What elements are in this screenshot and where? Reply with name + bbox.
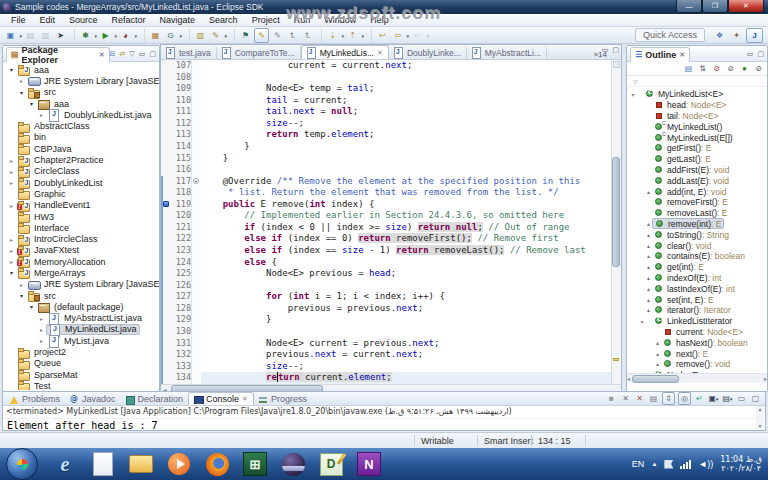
tree-item[interactable]: ▸J!MemoryAllocation	[5, 256, 159, 267]
menu-refactor[interactable]: Refactor	[105, 14, 153, 27]
sort-icon[interactable]: ⇅	[697, 63, 708, 74]
terminate-icon[interactable]: ■	[606, 393, 617, 404]
outline-item[interactable]: removeLast() : E	[627, 208, 767, 219]
java-perspective-icon[interactable]: J	[746, 28, 763, 43]
tree-item[interactable]: ▾src	[5, 290, 159, 301]
code-line[interactable]: 134 return current.element;	[161, 372, 611, 384]
tree-item[interactable]: Queue	[5, 358, 159, 369]
tree-item[interactable]: ▸JCircleClass	[5, 166, 159, 177]
menu-source[interactable]: Source	[62, 14, 105, 27]
tree-item[interactable]: ▾(default package)	[5, 301, 159, 312]
new-java-project-icon[interactable]: ▦	[149, 29, 162, 42]
outline-item[interactable]: ▲hasNext() : boolean	[627, 337, 767, 348]
taskbar-windows-explorer[interactable]	[128, 451, 154, 477]
outline-item[interactable]: removeFirst() : E	[627, 197, 767, 208]
code-line[interactable]: 125 Node<E> previous = head;	[161, 268, 611, 280]
editor-tab[interactable]: MyAbstractLi...	[467, 46, 547, 59]
outline-item[interactable]: current : Node<E>	[627, 327, 767, 338]
volume-icon[interactable]: ◄))	[698, 459, 713, 469]
code-line[interactable]: 113 return temp.element;	[161, 129, 611, 141]
pointer-icon[interactable]: ➤	[54, 29, 67, 42]
outline-tab[interactable]: ☰ Outline ✕	[630, 47, 690, 62]
network-icon[interactable]	[680, 460, 691, 469]
unit-1-icon[interactable]: ⒈	[286, 29, 299, 42]
dropdown-arrow-icon[interactable]: ▾	[224, 33, 227, 39]
tree-item[interactable]: bin	[5, 132, 159, 143]
outline-item[interactable]: ▲indexOf(E) : int	[627, 273, 767, 284]
refresh-icon[interactable]: G▾	[164, 29, 177, 42]
debug-icon[interactable]: ✱▾	[79, 29, 92, 42]
tree-item[interactable]: ▾src	[5, 87, 159, 98]
outline-item[interactable]: getFirst() : E	[627, 143, 767, 154]
view-menu-icon[interactable]: ▽	[633, 78, 638, 85]
outline-item[interactable]: ▲remove(int) : E	[627, 219, 767, 230]
editor-tab[interactable]: MyLinkedLis...✕	[301, 45, 389, 59]
taskbar-media-player[interactable]	[166, 451, 192, 477]
console-tab-progress[interactable]: Progress	[254, 393, 312, 405]
unit-2-icon[interactable]: ⒈	[301, 29, 314, 42]
taskbar-document[interactable]	[90, 451, 116, 477]
taskbar-eclipse[interactable]	[280, 451, 306, 477]
outline-item[interactable]: MyLinkedList()	[627, 121, 767, 132]
hide-local-types-icon[interactable]: ⊘	[753, 63, 764, 74]
outline-item[interactable]: ▲set(int, E) : E	[627, 294, 767, 305]
link-editor-icon[interactable]: ⇄	[119, 50, 125, 58]
outline-item[interactable]: ▲iterator() : Iterator	[627, 305, 767, 316]
outline-item[interactable]: ▲contains(E) : boolean	[627, 251, 767, 262]
start-button[interactable]	[6, 448, 38, 480]
code-line[interactable]: 111 tail.next = null;	[161, 106, 611, 118]
clock[interactable]: ق.ظ 11:04 ۲۰۲۰/۲۸/۰۴	[720, 455, 762, 473]
tree-item[interactable]: ▾Jaaa	[5, 64, 159, 75]
tree-item[interactable]: HW3	[5, 211, 159, 222]
outline-item[interactable]: ▲remove() : void	[627, 359, 767, 370]
code-line[interactable]: 124 else {	[161, 257, 611, 269]
tree-item[interactable]: ▾aaa	[5, 98, 159, 109]
expand-icon[interactable]: ▸	[7, 236, 16, 243]
expand-icon[interactable]: ▾	[7, 66, 16, 73]
tree-item[interactable]: SparseMat	[5, 369, 159, 380]
vertical-scrollbar[interactable]	[612, 157, 620, 267]
outline-item[interactable]: MyLinkedList(E[])	[627, 132, 767, 143]
edit-small-icon[interactable]: ✎	[271, 29, 284, 42]
dropdown-arrow-icon[interactable]: ▾	[134, 33, 137, 39]
expand-icon[interactable]: ▸	[37, 337, 46, 344]
close-button[interactable]: ✕	[728, 0, 764, 13]
save-icon[interactable]: ▤	[24, 29, 37, 42]
dropdown-arrow-icon[interactable]: ▾	[114, 33, 117, 39]
console-tab-javadoc[interactable]: Javadoc	[65, 393, 121, 405]
tree-item[interactable]: Interface	[5, 222, 159, 233]
tree-item[interactable]: AbstractClass	[5, 120, 159, 131]
menu-project[interactable]: Project	[245, 14, 287, 27]
expand-icon[interactable]: ▸	[37, 326, 46, 333]
code-line[interactable]: 121 if (index < 0 || index >= size) retu…	[161, 222, 611, 234]
code-line[interactable]: 132 previous.next = current.next;	[161, 349, 611, 361]
console-tab-declaration[interactable]: Declaration	[121, 393, 189, 405]
taskbar-onenote[interactable]: N	[356, 451, 382, 477]
tab-close-icon[interactable]: ✕	[242, 395, 248, 403]
minimize-button[interactable]: —	[676, 0, 702, 13]
pin-console-icon[interactable]: ◎	[678, 392, 691, 405]
tree-item[interactable]: ▸JRE System Library [JavaSE-1.8]	[5, 279, 159, 290]
view-close-icon[interactable]: ✕	[679, 51, 685, 59]
outline-item[interactable]: ▲clear() : void	[627, 240, 767, 251]
expand-icon[interactable]: ▾	[17, 89, 26, 96]
console-tab-console[interactable]: Console✕	[188, 392, 254, 405]
expand-icon[interactable]: ▸	[638, 372, 646, 373]
code-line[interactable]: 109 Node<E> temp = tail;	[161, 83, 611, 95]
code-line[interactable]: 114 }	[161, 141, 611, 153]
menu-file[interactable]: File	[4, 14, 33, 27]
code-line[interactable]: 107 current = current.next;	[161, 60, 611, 72]
code-line[interactable]: 127 for (int i = 1; i < index; i++) {	[161, 291, 611, 303]
code-line[interactable]: 112 size--;	[161, 118, 611, 130]
annotation-marker[interactable]	[163, 201, 169, 207]
expand-icon[interactable]: ▸	[7, 157, 16, 164]
open-console-icon[interactable]: ▤▾	[722, 393, 733, 404]
editor-tab[interactable]: CompareToTe...	[217, 46, 301, 59]
import-icon[interactable]: ▨	[194, 29, 207, 42]
menu-search[interactable]: Search	[202, 14, 245, 27]
next-annotation-icon[interactable]: ⇣▾	[326, 29, 339, 42]
tray-expand-icon[interactable]: ▲	[651, 461, 657, 467]
dropdown-arrow-icon[interactable]: ▾	[716, 396, 719, 402]
tree-item[interactable]: CBPJava	[5, 143, 159, 154]
tree-item[interactable]: ▸JIntroCircleClass	[5, 233, 159, 244]
